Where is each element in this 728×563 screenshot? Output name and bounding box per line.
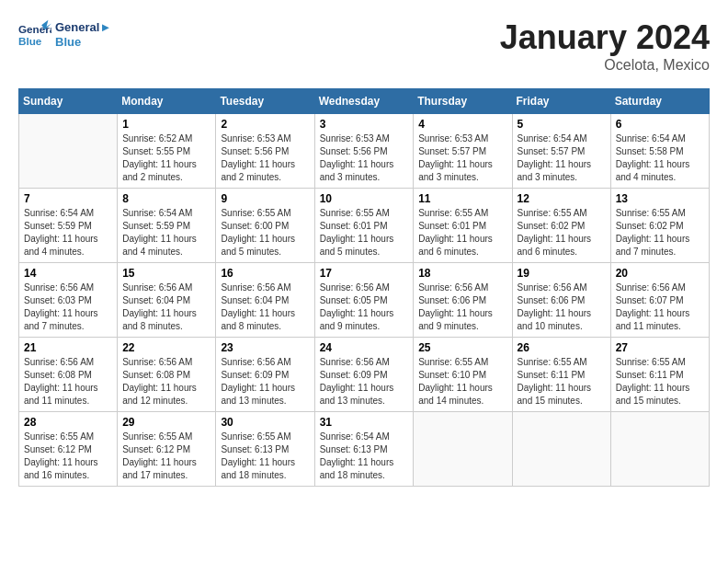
day-number: 1 [122, 118, 210, 131]
day-info: Sunrise: 6:56 AMSunset: 6:09 PMDaylight:… [320, 356, 409, 408]
day-number: 5 [518, 118, 606, 131]
logo: General Blue General► Blue [18, 18, 111, 52]
day-info: Sunrise: 6:53 AMSunset: 5:57 PMDaylight:… [418, 132, 506, 184]
calendar-cell [610, 412, 709, 487]
day-number: 9 [221, 192, 309, 205]
day-number: 24 [320, 341, 409, 354]
calendar-cell [19, 114, 118, 189]
day-number: 18 [418, 267, 506, 280]
calendar-cell: 30Sunrise: 6:55 AMSunset: 6:13 PMDayligh… [216, 412, 314, 487]
day-number: 19 [518, 267, 606, 280]
day-number: 13 [616, 192, 704, 205]
calendar-cell: 31Sunrise: 6:54 AMSunset: 6:13 PMDayligh… [314, 412, 414, 487]
day-number: 23 [221, 341, 309, 354]
calendar-cell: 18Sunrise: 6:56 AMSunset: 6:06 PMDayligh… [414, 263, 512, 338]
day-info: Sunrise: 6:54 AMSunset: 5:57 PMDaylight:… [518, 132, 606, 184]
calendar-cell: 2Sunrise: 6:53 AMSunset: 5:56 PMDaylight… [216, 114, 314, 189]
day-info: Sunrise: 6:53 AMSunset: 5:56 PMDaylight:… [320, 132, 409, 184]
day-info: Sunrise: 6:56 AMSunset: 6:08 PMDaylight:… [24, 356, 112, 408]
day-info: Sunrise: 6:55 AMSunset: 6:12 PMDaylight:… [122, 431, 210, 482]
day-number: 25 [418, 341, 506, 354]
day-info: Sunrise: 6:55 AMSunset: 6:02 PMDaylight:… [616, 207, 704, 259]
calendar-week-row: 1Sunrise: 6:52 AMSunset: 5:55 PMDaylight… [19, 114, 710, 189]
location: Ocelota, Mexico [500, 57, 710, 74]
calendar-week-row: 14Sunrise: 6:56 AMSunset: 6:03 PMDayligh… [19, 263, 710, 338]
calendar-cell: 19Sunrise: 6:56 AMSunset: 6:06 PMDayligh… [512, 263, 610, 338]
day-number: 21 [24, 341, 112, 354]
calendar-cell: 14Sunrise: 6:56 AMSunset: 6:03 PMDayligh… [19, 263, 118, 338]
day-info: Sunrise: 6:56 AMSunset: 6:06 PMDaylight:… [518, 282, 606, 333]
calendar-cell: 15Sunrise: 6:56 AMSunset: 6:04 PMDayligh… [118, 263, 216, 338]
day-info: Sunrise: 6:54 AMSunset: 6:13 PMDaylight:… [320, 431, 409, 482]
day-info: Sunrise: 6:54 AMSunset: 5:59 PMDaylight:… [24, 207, 112, 259]
day-info: Sunrise: 6:56 AMSunset: 6:04 PMDaylight:… [122, 282, 210, 333]
day-number: 10 [320, 192, 409, 205]
calendar-cell [414, 412, 512, 487]
calendar-cell: 23Sunrise: 6:56 AMSunset: 6:09 PMDayligh… [216, 338, 314, 412]
day-info: Sunrise: 6:55 AMSunset: 6:10 PMDaylight:… [418, 356, 506, 408]
day-number: 28 [24, 416, 112, 429]
day-info: Sunrise: 6:55 AMSunset: 6:11 PMDaylight:… [518, 356, 606, 408]
day-info: Sunrise: 6:54 AMSunset: 5:58 PMDaylight:… [616, 132, 704, 184]
calendar-cell: 4Sunrise: 6:53 AMSunset: 5:57 PMDaylight… [414, 114, 512, 189]
day-info: Sunrise: 6:55 AMSunset: 6:01 PMDaylight:… [418, 207, 506, 259]
logo-icon: General Blue [18, 18, 51, 52]
day-number: 8 [122, 192, 210, 205]
weekday-header: Friday [512, 89, 610, 114]
weekday-header: Sunday [19, 89, 118, 114]
day-info: Sunrise: 6:53 AMSunset: 5:56 PMDaylight:… [221, 132, 309, 184]
calendar-cell: 25Sunrise: 6:55 AMSunset: 6:10 PMDayligh… [414, 338, 512, 412]
day-info: Sunrise: 6:56 AMSunset: 6:05 PMDaylight:… [320, 282, 409, 333]
calendar-cell: 20Sunrise: 6:56 AMSunset: 6:07 PMDayligh… [610, 263, 709, 338]
day-info: Sunrise: 6:56 AMSunset: 6:06 PMDaylight:… [418, 282, 506, 333]
day-info: Sunrise: 6:56 AMSunset: 6:09 PMDaylight:… [221, 356, 309, 408]
day-number: 4 [418, 118, 506, 131]
calendar-cell: 12Sunrise: 6:55 AMSunset: 6:02 PMDayligh… [512, 189, 610, 263]
day-number: 17 [320, 267, 409, 280]
day-number: 2 [221, 118, 309, 131]
day-number: 6 [616, 118, 704, 131]
calendar-cell: 1Sunrise: 6:52 AMSunset: 5:55 PMDaylight… [118, 114, 216, 189]
day-number: 7 [24, 192, 112, 205]
calendar-cell: 29Sunrise: 6:55 AMSunset: 6:12 PMDayligh… [118, 412, 216, 487]
month-title: January 2024 [500, 18, 710, 57]
day-number: 31 [320, 416, 409, 429]
day-info: Sunrise: 6:56 AMSunset: 6:04 PMDaylight:… [221, 282, 309, 333]
logo-text: General► [55, 21, 111, 35]
calendar-cell: 16Sunrise: 6:56 AMSunset: 6:04 PMDayligh… [216, 263, 314, 338]
calendar-cell: 17Sunrise: 6:56 AMSunset: 6:05 PMDayligh… [314, 263, 414, 338]
day-number: 30 [221, 416, 309, 429]
calendar-cell: 8Sunrise: 6:54 AMSunset: 5:59 PMDaylight… [118, 189, 216, 263]
weekday-header: Thursday [414, 89, 512, 114]
calendar-cell: 27Sunrise: 6:55 AMSunset: 6:11 PMDayligh… [610, 338, 709, 412]
page-header: General Blue General► Blue January 2024 … [18, 18, 710, 74]
day-number: 11 [418, 192, 506, 205]
weekday-header: Wednesday [314, 89, 414, 114]
title-area: January 2024 Ocelota, Mexico [500, 18, 710, 74]
day-info: Sunrise: 6:55 AMSunset: 6:13 PMDaylight:… [221, 431, 309, 482]
calendar-cell: 21Sunrise: 6:56 AMSunset: 6:08 PMDayligh… [19, 338, 118, 412]
day-number: 20 [616, 267, 704, 280]
day-number: 29 [122, 416, 210, 429]
weekday-header: Monday [118, 89, 216, 114]
day-info: Sunrise: 6:55 AMSunset: 6:00 PMDaylight:… [221, 207, 309, 259]
calendar-table: SundayMondayTuesdayWednesdayThursdayFrid… [18, 88, 710, 487]
svg-text:Blue: Blue [18, 35, 42, 47]
calendar-week-row: 7Sunrise: 6:54 AMSunset: 5:59 PMDaylight… [19, 189, 710, 263]
day-number: 22 [122, 341, 210, 354]
day-number: 27 [616, 341, 704, 354]
calendar-cell: 7Sunrise: 6:54 AMSunset: 5:59 PMDaylight… [19, 189, 118, 263]
day-info: Sunrise: 6:55 AMSunset: 6:02 PMDaylight:… [518, 207, 606, 259]
day-info: Sunrise: 6:55 AMSunset: 6:12 PMDaylight:… [24, 431, 112, 482]
day-info: Sunrise: 6:54 AMSunset: 5:59 PMDaylight:… [122, 207, 210, 259]
calendar-cell: 9Sunrise: 6:55 AMSunset: 6:00 PMDaylight… [216, 189, 314, 263]
day-info: Sunrise: 6:56 AMSunset: 6:07 PMDaylight:… [616, 282, 704, 333]
day-info: Sunrise: 6:55 AMSunset: 6:11 PMDaylight:… [616, 356, 704, 408]
calendar-header-row: SundayMondayTuesdayWednesdayThursdayFrid… [19, 89, 710, 114]
day-number: 14 [24, 267, 112, 280]
calendar-cell: 6Sunrise: 6:54 AMSunset: 5:58 PMDaylight… [610, 114, 709, 189]
day-number: 12 [518, 192, 606, 205]
calendar-week-row: 21Sunrise: 6:56 AMSunset: 6:08 PMDayligh… [19, 338, 710, 412]
weekday-header: Saturday [610, 89, 709, 114]
day-info: Sunrise: 6:55 AMSunset: 6:01 PMDaylight:… [320, 207, 409, 259]
